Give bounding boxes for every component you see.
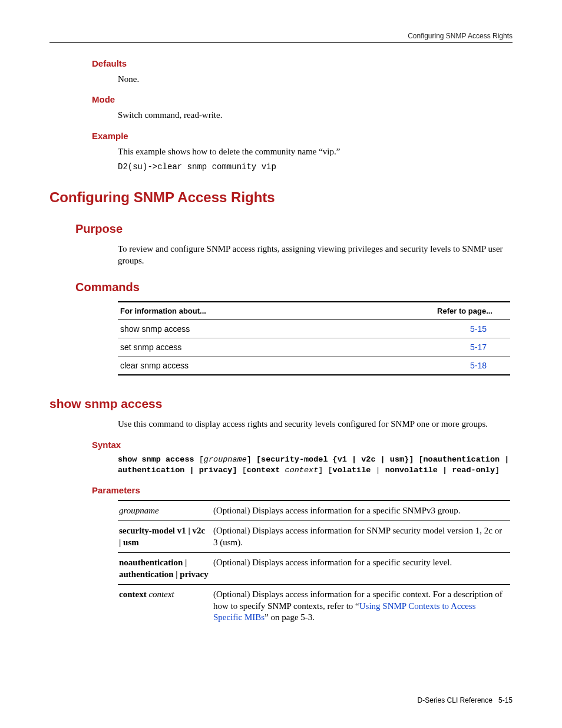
param-desc: (Optional) Displays access information f… bbox=[212, 553, 510, 585]
table-row: context context (Optional) Displays acce… bbox=[118, 585, 510, 628]
cmd-name: clear snmp access bbox=[118, 357, 332, 375]
heading-purpose: Purpose bbox=[75, 222, 513, 236]
page-footer: D-Series CLI Reference 5-15 bbox=[418, 696, 513, 704]
param-name-bold: context bbox=[119, 589, 148, 599]
heading-main: Configuring SNMP Access Rights bbox=[49, 189, 513, 206]
heading-example: Example bbox=[92, 131, 513, 141]
parameters-table: groupname (Optional) Displays access inf… bbox=[118, 500, 510, 628]
param-name: security-model v1 | v2c | usm bbox=[119, 526, 205, 547]
table-header-row: For information about... Refer to page..… bbox=[118, 302, 510, 320]
page-link[interactable]: 5-18 bbox=[470, 361, 487, 370]
show-cmd-intro: Use this command to display access right… bbox=[118, 418, 513, 430]
heading-defaults: Defaults bbox=[92, 58, 513, 68]
footer-page: 5-15 bbox=[498, 696, 513, 704]
param-name: noauthentication | authentication | priv… bbox=[119, 558, 209, 579]
cmd-name: show snmp access bbox=[118, 320, 332, 338]
page-link[interactable]: 5-17 bbox=[470, 342, 487, 352]
table-row: set snmp access 5-17 bbox=[118, 338, 510, 357]
table-row: security-model v1 | v2c | usm (Optional)… bbox=[118, 521, 510, 553]
param-desc: (Optional) Displays access information f… bbox=[212, 585, 510, 628]
purpose-body: To review and configure SNMP access righ… bbox=[118, 243, 513, 267]
col-info: For information about... bbox=[118, 302, 332, 320]
param-desc: (Optional) Displays access information f… bbox=[212, 521, 510, 553]
page-link[interactable]: 5-15 bbox=[470, 324, 487, 334]
table-row: show snmp access 5-15 bbox=[118, 320, 510, 338]
heading-parameters: Parameters bbox=[92, 485, 513, 495]
table-row: noauthentication | authentication | priv… bbox=[118, 553, 510, 585]
col-page: Refer to page... bbox=[332, 302, 510, 320]
example-intro: This example shows how to delete the com… bbox=[118, 146, 513, 157]
heading-show-snmp-access: show snmp access bbox=[49, 397, 513, 411]
param-desc: (Optional) Displays access information f… bbox=[212, 500, 510, 521]
commands-table: For information about... Refer to page..… bbox=[118, 301, 510, 375]
mode-body: Switch command, read-write. bbox=[118, 109, 513, 121]
header-rule bbox=[49, 42, 513, 43]
heading-syntax: Syntax bbox=[92, 440, 513, 450]
example-code: D2(su)->clear snmp community vip bbox=[118, 162, 513, 172]
param-name: groupname bbox=[119, 506, 159, 515]
heading-mode: Mode bbox=[92, 94, 513, 104]
cmd-name: set snmp access bbox=[118, 338, 332, 357]
defaults-body: None. bbox=[118, 73, 513, 85]
footer-book: D-Series CLI Reference bbox=[418, 696, 492, 704]
heading-commands: Commands bbox=[75, 281, 513, 294]
table-row: groupname (Optional) Displays access inf… bbox=[118, 500, 510, 521]
table-row: clear snmp access 5-18 bbox=[118, 357, 510, 375]
running-header: Configuring SNMP Access Rights bbox=[49, 32, 513, 40]
syntax-text: show snmp access [groupname] [security-m… bbox=[118, 454, 513, 476]
param-name-italic: context bbox=[148, 589, 174, 599]
